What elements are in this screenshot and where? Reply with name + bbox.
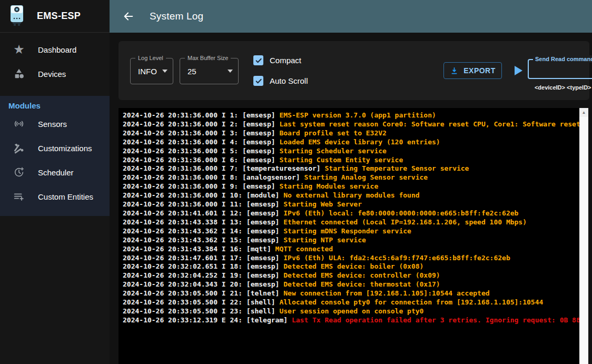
sidebar: EMS-ESP ★ Dashboard Devices Modules bbox=[0, 0, 110, 364]
max-buffer-value: 25 bbox=[188, 67, 196, 76]
sidebar-item-dashboard[interactable]: ★ Dashboard bbox=[0, 37, 110, 62]
sidebar-item-label: Sensors bbox=[38, 120, 67, 129]
sidebar-item-label: Scheduler bbox=[38, 168, 74, 177]
sidebar-item-label: Customizations bbox=[38, 144, 92, 153]
export-button[interactable]: EXPORT bbox=[443, 62, 502, 79]
max-buffer-label: Max Buffer Size bbox=[185, 54, 231, 62]
checkbox-checked-icon bbox=[253, 76, 263, 86]
log-level-select[interactable]: Log Level INFO bbox=[130, 58, 173, 84]
chevron-down-icon bbox=[162, 70, 167, 73]
log-line: 2024-10-26 20:31:36.000 I 6: [emsesp] St… bbox=[123, 156, 579, 165]
log-line: 2024-10-26 20:33:05.500 I 21: [telnet] N… bbox=[123, 289, 579, 298]
sidebar-item-label: Devices bbox=[38, 70, 66, 78]
log-line: 2024-10-26 20:31:43.384 I 16: [mqtt] MQT… bbox=[123, 245, 579, 254]
log-line: 2024-10-26 20:31:47.601 I 17: [emsesp] I… bbox=[123, 254, 579, 263]
log-line: 2024-10-26 20:31:36.000 I 8: [analogsens… bbox=[123, 173, 579, 182]
send-command-play-icon[interactable] bbox=[515, 66, 522, 75]
compact-checkbox-label: Compact bbox=[270, 56, 301, 65]
sidebar-item-custom-entities[interactable]: Custom Entities bbox=[0, 184, 110, 209]
sidebar-item-scheduler[interactable]: Scheduler bbox=[0, 160, 110, 184]
log-line: 2024-10-26 20:31:36.000 I 4: [emsesp] Lo… bbox=[123, 138, 579, 147]
playlist-add-icon bbox=[13, 190, 25, 203]
log-line: 2024-10-26 20:33:12.319 E 24: [telegram]… bbox=[123, 316, 579, 325]
checkbox-checked-icon bbox=[253, 55, 263, 65]
log-line: 2024-10-26 20:32:02.651 I 18: [emsesp] D… bbox=[123, 262, 579, 271]
modules-section: Modules Sensors bbox=[0, 96, 110, 216]
log-controls-card: Log Level INFO Max Buffer Size 25 Compac… bbox=[119, 41, 589, 100]
scrollbar-up-arrow-icon[interactable]: ▲ bbox=[579, 108, 588, 117]
log-line: 2024-10-26 20:31:36.000 I 3: [emsesp] Bo… bbox=[123, 129, 579, 138]
send-read-command-helper: <deviceID> <typeID> [offset] [len] bbox=[528, 84, 592, 91]
sidebar-item-sensors[interactable]: Sensors bbox=[0, 112, 110, 136]
sidebar-item-devices[interactable]: Devices bbox=[0, 62, 110, 86]
max-buffer-select[interactable]: Max Buffer Size 25 bbox=[180, 58, 239, 84]
sidebar-item-customizations[interactable]: Customizations bbox=[0, 136, 110, 160]
log-line: 2024-10-26 20:31:36.000 I 10: [module] N… bbox=[123, 191, 579, 200]
log-line: 2024-10-26 20:31:36.000 I 11: [emsesp] S… bbox=[123, 200, 579, 209]
boiler-logo-icon bbox=[8, 4, 25, 28]
system-log-console[interactable]: 2024-10-26 20:31:36.000 I 1: [emsesp] EM… bbox=[119, 108, 579, 364]
log-line: 2024-10-26 20:31:36.000 I 2: [emsesp] La… bbox=[123, 120, 579, 129]
chevron-down-icon bbox=[228, 70, 233, 73]
star-icon: ★ bbox=[13, 43, 25, 56]
log-line: 2024-10-26 20:32:04.343 I 20: [emsesp] D… bbox=[123, 280, 579, 289]
modules-section-header: Modules bbox=[0, 96, 110, 112]
auto-scroll-checkbox[interactable]: Auto Scroll bbox=[253, 76, 308, 86]
sensors-icon bbox=[13, 117, 25, 130]
send-read-command-input[interactable] bbox=[531, 61, 592, 77]
console-scrollbar[interactable]: ▲ bbox=[579, 108, 588, 364]
auto-scroll-checkbox-label: Auto Scroll bbox=[270, 76, 308, 85]
category-icon bbox=[13, 67, 25, 80]
log-line: 2024-10-26 20:31:43.338 I 13: [emsesp] E… bbox=[123, 218, 579, 227]
log-line: 2024-10-26 20:31:36.000 I 9: [emsesp] St… bbox=[123, 182, 579, 191]
log-line: 2024-10-26 20:33:05.500 I 22: [shell] Al… bbox=[123, 298, 579, 307]
log-line: 2024-10-26 20:31:36.000 I 7: [temperatur… bbox=[123, 164, 579, 173]
send-read-command-field: Send Read command bbox=[528, 59, 592, 79]
log-line: 2024-10-26 20:32:04.252 I 19: [emsesp] D… bbox=[123, 271, 579, 280]
schedule-add-icon bbox=[13, 166, 25, 179]
log-level-value: INFO bbox=[138, 67, 157, 76]
sidebar-item-label: Custom Entities bbox=[38, 192, 93, 201]
log-line: 2024-10-26 20:31:41.601 I 12: [emsesp] I… bbox=[123, 209, 579, 218]
appbar: System Log bbox=[110, 0, 592, 33]
app-logo-block: EMS-ESP bbox=[0, 0, 110, 33]
log-line: 2024-10-26 20:31:36.000 I 5: [emsesp] St… bbox=[123, 147, 579, 156]
log-line: 2024-10-26 20:31:43.362 I 14: [emsesp] S… bbox=[123, 227, 579, 236]
app-title: EMS-ESP bbox=[37, 11, 81, 22]
log-line: 2024-10-26 20:31:43.362 I 15: [emsesp] S… bbox=[123, 236, 579, 245]
export-button-label: EXPORT bbox=[463, 66, 496, 75]
log-line: 2024-10-26 20:31:36.000 I 1: [emsesp] EM… bbox=[123, 111, 579, 120]
sidebar-item-label: Dashboard bbox=[38, 45, 76, 54]
download-icon bbox=[450, 66, 459, 75]
page-title: System Log bbox=[150, 11, 203, 22]
log-level-label: Log Level bbox=[135, 54, 166, 62]
compact-checkbox[interactable]: Compact bbox=[253, 55, 301, 65]
log-line: 2024-10-26 20:33:05.500 I 23: [shell] Us… bbox=[123, 307, 579, 316]
back-arrow-icon[interactable] bbox=[122, 10, 135, 23]
construction-icon bbox=[13, 142, 25, 154]
